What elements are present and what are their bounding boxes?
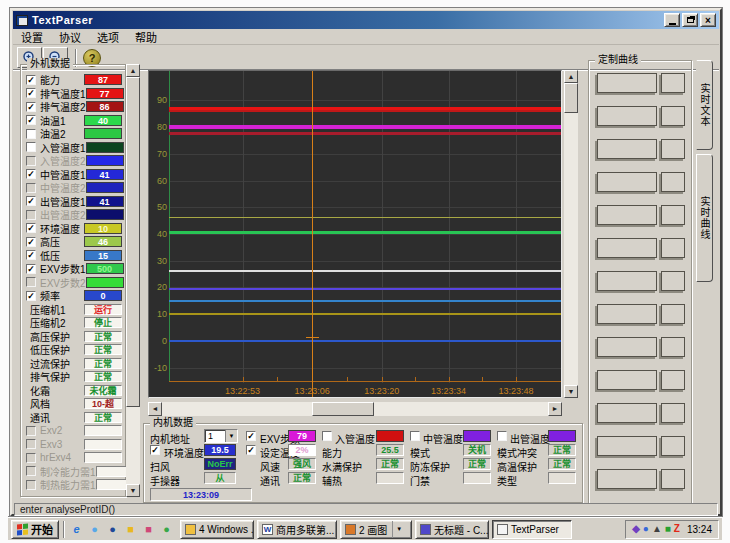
- curve-color-slot[interactable]: [661, 436, 685, 456]
- chevron-down-icon[interactable]: ▼: [392, 521, 402, 538]
- scroll-up-icon[interactable]: ▲: [126, 64, 140, 77]
- checkbox[interactable]: [26, 102, 36, 112]
- realtime-curve-plot[interactable]: 9080706050403020100-1013:22:5313:23:0613…: [148, 70, 562, 398]
- curve-color-slot[interactable]: [661, 172, 685, 192]
- checkbox[interactable]: [26, 277, 36, 287]
- sensor-checkbox[interactable]: [410, 431, 420, 441]
- quicklaunch-notes-icon[interactable]: ■: [123, 522, 138, 537]
- checkbox[interactable]: [26, 183, 36, 193]
- tray-download-icon[interactable]: Z: [674, 524, 680, 534]
- checkbox[interactable]: [26, 75, 36, 85]
- checkbox[interactable]: [26, 115, 36, 125]
- chart-vertical-scrollbar[interactable]: ▲ ▼: [564, 70, 578, 398]
- sensor-checkbox[interactable]: [497, 431, 507, 441]
- curve-color-slot[interactable]: [661, 469, 685, 489]
- taskbar-button-2[interactable]: W商用多联第...: [257, 520, 337, 539]
- curve-slot[interactable]: [597, 337, 657, 357]
- checkbox[interactable]: [26, 250, 36, 260]
- minimize-button[interactable]: [664, 13, 680, 27]
- menu-help[interactable]: 帮助: [127, 29, 165, 45]
- curve-slot[interactable]: [597, 436, 657, 456]
- sidebar-item: 入管温度2: [23, 154, 123, 168]
- curve-color-slot[interactable]: [661, 205, 685, 225]
- scroll-down-icon[interactable]: ▼: [564, 385, 578, 398]
- set-temp-checkbox[interactable]: [246, 445, 256, 455]
- checkbox[interactable]: [26, 210, 36, 220]
- start-button[interactable]: 开始: [11, 520, 59, 539]
- tray-show-desktop-icon[interactable]: ▲: [652, 524, 662, 534]
- chevron-down-icon[interactable]: ▼: [225, 430, 237, 442]
- indoor-address-select[interactable]: 1 ▼: [204, 429, 238, 443]
- chart-vscroll-thumb[interactable]: [564, 83, 578, 113]
- checkbox[interactable]: [26, 466, 36, 476]
- checkbox[interactable]: [26, 237, 36, 247]
- checkbox[interactable]: [26, 439, 36, 449]
- curve-slot[interactable]: [597, 370, 657, 390]
- curve-slot[interactable]: [597, 172, 657, 192]
- quicklaunch-msn-icon[interactable]: ●: [159, 522, 174, 537]
- chart-hscroll-thumb[interactable]: [312, 402, 374, 416]
- scroll-left-icon[interactable]: ◄: [148, 402, 162, 416]
- menu-settings[interactable]: 设置: [13, 29, 51, 45]
- taskbar-button-1[interactable]: 4 Windows ..▼: [180, 520, 254, 539]
- tab-realtime-text[interactable]: 实时文本: [696, 60, 713, 150]
- taskbar-button-5[interactable]: TextParser: [492, 520, 572, 539]
- quicklaunch-ie-icon[interactable]: e: [69, 522, 84, 537]
- taskbar-button-3[interactable]: 2 画图▼: [340, 520, 412, 539]
- sensor-checkbox[interactable]: [322, 431, 332, 441]
- scroll-right-icon[interactable]: ►: [548, 402, 562, 416]
- checkbox[interactable]: [26, 426, 36, 436]
- scroll-up-icon[interactable]: ▲: [564, 70, 578, 83]
- checkbox[interactable]: [26, 223, 36, 233]
- curve-slot[interactable]: [597, 205, 657, 225]
- curve-slot[interactable]: [597, 106, 657, 126]
- time-cursor[interactable]: [312, 71, 313, 397]
- checkbox[interactable]: [26, 480, 36, 490]
- curve-slot[interactable]: [597, 271, 657, 291]
- curve-slot[interactable]: [597, 469, 657, 489]
- curve-slot[interactable]: [597, 139, 657, 159]
- menu-options[interactable]: 选项: [89, 29, 127, 45]
- restore-button[interactable]: [682, 13, 698, 27]
- axis-tick: [482, 377, 483, 381]
- curve-color-slot[interactable]: [661, 139, 685, 159]
- quicklaunch-browser-icon[interactable]: ●: [87, 522, 102, 537]
- curve-color-slot[interactable]: [661, 370, 685, 390]
- checkbox[interactable]: [26, 264, 36, 274]
- title-bar[interactable]: TextParser ×: [13, 11, 719, 29]
- taskbar-button-4[interactable]: 无标题 - C...: [415, 520, 489, 539]
- curve-color-slot[interactable]: [661, 73, 685, 93]
- curve-slot[interactable]: [597, 304, 657, 324]
- checkbox[interactable]: [26, 142, 36, 152]
- curve-color-slot[interactable]: [661, 271, 685, 291]
- curve-color-slot[interactable]: [661, 238, 685, 258]
- tray-volume-icon[interactable]: ●: [643, 524, 649, 534]
- curve-slot[interactable]: [597, 73, 657, 93]
- curve-color-slot[interactable]: [661, 106, 685, 126]
- menu-protocol[interactable]: 协议: [51, 29, 89, 45]
- tab-realtime-curve[interactable]: 实时曲线: [696, 154, 713, 282]
- quicklaunch-outlook-icon[interactable]: ●: [105, 522, 120, 537]
- exv-steps-checkbox[interactable]: [246, 431, 256, 441]
- sidebar-scroll-thumb[interactable]: [126, 77, 140, 407]
- checkbox[interactable]: [26, 88, 36, 98]
- sidebar-scrollbar[interactable]: ▲ ▼: [126, 64, 140, 497]
- tray-ime-icon[interactable]: ◆: [632, 524, 640, 534]
- curve-slot[interactable]: [597, 238, 657, 258]
- checkbox[interactable]: [26, 129, 36, 139]
- curve-color-slot[interactable]: [661, 403, 685, 423]
- env-temp-checkbox[interactable]: [150, 445, 160, 455]
- curve-color-slot[interactable]: [661, 304, 685, 324]
- curve-slot[interactable]: [597, 403, 657, 423]
- tray-antivirus-icon[interactable]: ■: [665, 524, 671, 534]
- checkbox[interactable]: [26, 453, 36, 463]
- checkbox[interactable]: [26, 156, 36, 166]
- checkbox[interactable]: [26, 291, 36, 301]
- close-button[interactable]: ×: [700, 13, 716, 27]
- chart-horizontal-scrollbar[interactable]: ◄ ►: [148, 402, 562, 416]
- quicklaunch-media-icon[interactable]: ■: [141, 522, 156, 537]
- checkbox[interactable]: [26, 196, 36, 206]
- curve-color-slot[interactable]: [661, 337, 685, 357]
- scroll-down-icon[interactable]: ▼: [126, 484, 140, 497]
- checkbox[interactable]: [26, 169, 36, 179]
